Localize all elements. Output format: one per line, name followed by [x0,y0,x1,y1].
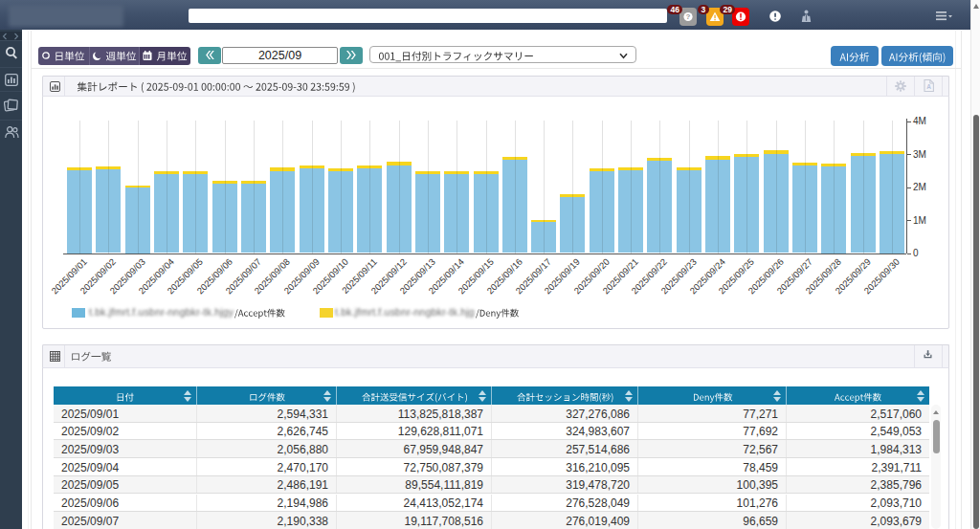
svg-text:A: A [926,83,931,90]
svg-text:?: ? [686,12,691,21]
